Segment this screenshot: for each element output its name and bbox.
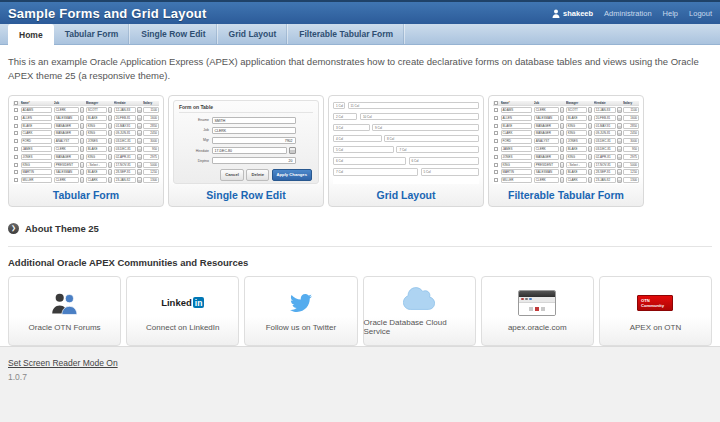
resource-card-twitter[interactable]: Follow us on Twitter (244, 276, 357, 346)
emp-row: KINGPRESIDENT- Select -17-NOV-815000 (13, 161, 159, 167)
calendar-icon (617, 115, 622, 121)
demo-card-filterable-tabular-form[interactable]: Name*JobManagerHiredateSalaryADAMSCLERKS… (488, 95, 644, 207)
app-title: Sample Forms and Grid Layout (8, 6, 206, 21)
user-icon (552, 9, 560, 18)
resource-card-apex-on-otn[interactable]: OTN Community APEX on OTN (599, 276, 712, 346)
select-arrow-icon (80, 169, 85, 175)
row-checkbox (14, 155, 18, 159)
calendar-icon (617, 154, 622, 160)
deptno-field: 20 (212, 157, 296, 164)
demo-card-title[interactable]: Grid Layout (333, 184, 479, 204)
field-label: Ename (179, 118, 209, 122)
screen-reader-mode-link[interactable]: Set Screen Reader Mode On (8, 358, 118, 368)
field-label: Job (179, 128, 209, 132)
resource-card-apex-oracle-com[interactable]: apex.oracle.com (481, 276, 594, 346)
tab-filterable-tabular-form[interactable]: Filterable Tabular Form (288, 24, 405, 44)
calendar-icon (137, 154, 142, 160)
about-theme-region: ❯ About Theme 25 (8, 223, 712, 234)
row-checkbox (494, 178, 498, 182)
resources-row: Oracle OTN Forums Linkedin Connect on Li… (8, 276, 712, 346)
tab-single-row-edit[interactable]: Single Row Edit (130, 24, 217, 44)
demo-card-title[interactable]: Filterable Tabular Form (493, 184, 639, 204)
resource-label[interactable]: APEX on OTN (630, 323, 682, 332)
demo-card-title[interactable]: Tabular Form (13, 184, 159, 204)
calendar-icon (289, 147, 296, 154)
calendar-icon (137, 177, 142, 183)
emp-row: JAMESCLERKBLAKE03-DEC-81950 (493, 146, 639, 152)
select-arrow-icon (588, 107, 593, 113)
resource-card-otn-forums[interactable]: Oracle OTN Forums (8, 276, 121, 346)
row-checkbox (14, 108, 18, 112)
resource-card-linkedin[interactable]: Linkedin Connect on LinkedIn (126, 276, 239, 346)
row-checkbox (14, 147, 18, 151)
resource-card-cloud-service[interactable]: Oracle Database Cloud Service (363, 276, 476, 346)
row-checkbox (494, 116, 498, 120)
resource-label[interactable]: apex.oracle.com (508, 323, 567, 332)
form-field: Job CLERK (179, 127, 313, 134)
select-arrow-icon (108, 138, 113, 144)
select-arrow-icon (80, 154, 85, 160)
resource-label[interactable]: Oracle Database Cloud Service (364, 318, 475, 336)
select-arrow-icon (80, 177, 85, 183)
demo-card-title[interactable]: Single Row Edit (173, 184, 319, 204)
select-arrow-icon (108, 130, 113, 136)
resource-label[interactable]: Connect on LinkedIn (146, 323, 219, 332)
resource-label[interactable]: Oracle OTN Forums (29, 323, 101, 332)
single-row-edit-thumbnail: Form on Table Ename SMITH Job CLERK Mgr … (173, 100, 319, 184)
row-checkbox (494, 147, 498, 151)
demo-card-grid-layout[interactable]: 1 Col11 Col2 Col10 Col3 Col9 Col4 Col8 C… (328, 95, 484, 207)
nav-administration[interactable]: Administration (604, 9, 652, 18)
row-checkbox (494, 163, 498, 167)
calendar-icon (617, 123, 622, 129)
delete-button: Delete (246, 169, 269, 180)
select-arrow-icon (588, 162, 593, 168)
expand-toggle-icon[interactable]: ❯ (8, 223, 19, 234)
emp-row: ADAMSCLERKSCOTT12-JAN-831100 (493, 107, 639, 113)
select-arrow-icon (560, 138, 565, 144)
tab-bar: Home Tabular Form Single Row Edit Grid L… (0, 24, 720, 45)
tab-home[interactable]: Home (8, 24, 54, 45)
resources-heading: Additional Oracle APEX Communities and R… (8, 257, 712, 268)
grid-row: 1 Col11 Col (333, 102, 479, 110)
select-all-checkbox (494, 101, 498, 105)
emp-row: MARTINSALESMANBLAKE28-SEP-811250 (493, 169, 639, 175)
select-arrow-icon (588, 115, 593, 121)
about-theme-label[interactable]: About Theme 25 (25, 223, 99, 234)
row-checkbox (14, 131, 18, 135)
calendar-icon (617, 130, 622, 136)
twitter-bird-icon (290, 290, 312, 316)
nav-logout[interactable]: Logout (689, 9, 712, 18)
select-arrow-icon (560, 107, 565, 113)
select-arrow-icon (588, 130, 593, 136)
select-arrow-icon (108, 162, 113, 168)
row-checkbox (494, 170, 498, 174)
row-checkbox (494, 108, 498, 112)
tab-grid-layout[interactable]: Grid Layout (218, 24, 289, 44)
demo-card-single-row-edit[interactable]: Form on Table Ename SMITH Job CLERK Mgr … (168, 95, 324, 207)
app-version: 1.0.7 (8, 372, 712, 382)
user-menu[interactable]: shakeeb (552, 9, 593, 18)
demo-card-tabular-form[interactable]: Name*JobManagerHiredateSalaryADAMSCLERKS… (8, 95, 164, 207)
emp-row: CLARKMANAGERKING09-JUN-812450 (493, 130, 639, 136)
row-checkbox (14, 170, 18, 174)
app-header: Sample Forms and Grid Layout shakeeb Adm… (0, 0, 720, 24)
select-arrow-icon (108, 115, 113, 121)
select-arrow-icon (108, 123, 113, 129)
select-arrow-icon (80, 138, 85, 144)
resource-label[interactable]: Follow us on Twitter (266, 323, 337, 332)
nav-help[interactable]: Help (663, 9, 678, 18)
emp-row: KINGPRESIDENT- Select -17-NOV-815000 (493, 161, 639, 167)
emp-row: MILLERCLERKCLARK23-JAN-821300 (493, 177, 639, 183)
form-on-table: Form on Table Ename SMITH Job CLERK Mgr … (173, 100, 319, 184)
tab-tabular-form[interactable]: Tabular Form (54, 24, 131, 44)
linkedin-logo-badge: in (193, 297, 205, 308)
otn-community-badge-icon: OTN Community (637, 290, 673, 316)
emp-row: MILLERCLERKCLARK23-JAN-821300 (13, 177, 159, 183)
select-arrow-icon (560, 115, 565, 121)
emp-row: BLAKEMANAGERKING01-MAY-812850 (13, 122, 159, 128)
select-arrow-icon (560, 177, 565, 183)
demo-cards-row: Name*JobManagerHiredateSalaryADAMSCLERKS… (8, 95, 712, 207)
calendar-icon (617, 169, 622, 175)
job-field: CLERK (212, 127, 296, 134)
select-arrow-icon (80, 130, 85, 136)
